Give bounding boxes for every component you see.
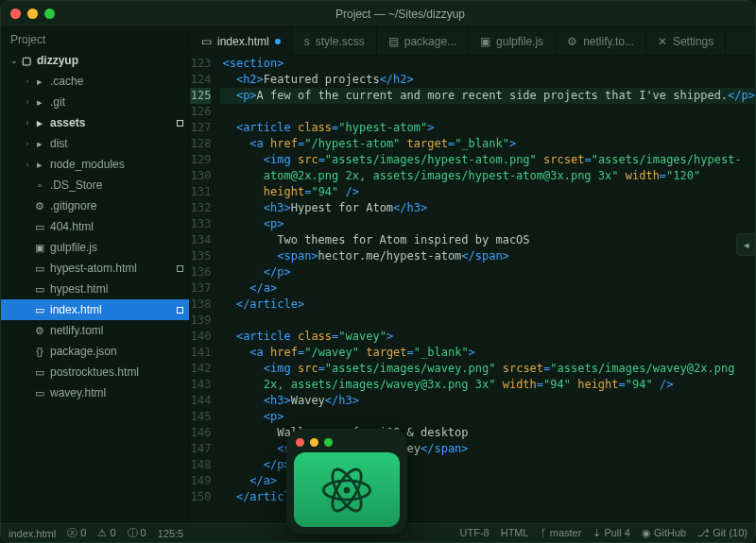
tree-item[interactable]: ›▸dist xyxy=(1,133,189,154)
status-file[interactable]: index.html xyxy=(9,528,56,539)
tree-item[interactable]: ▭404.html xyxy=(1,216,189,237)
status-pull[interactable]: ⇣ Pull 4 xyxy=(593,527,630,539)
tab[interactable]: ѕstyle.scss xyxy=(293,27,377,55)
tree-item[interactable]: ▭wavey.html xyxy=(1,382,189,403)
tree-item[interactable]: ⚙netlify.toml xyxy=(1,320,189,341)
project-root[interactable]: ⌄▢dizzyup xyxy=(1,50,189,71)
status-errors[interactable]: ⓧ 0 xyxy=(67,526,86,540)
line-gutter: 123 124 125 126 127 128 129 130 131 132 … xyxy=(190,56,220,523)
atom-icon xyxy=(320,464,373,517)
status-encoding[interactable]: UTF-8 xyxy=(460,527,490,539)
tree-item[interactable]: ▭hypest.html xyxy=(1,279,189,299)
tree-item[interactable]: ›▸.git xyxy=(1,92,189,112)
tree-item[interactable]: ▭postrocktues.html xyxy=(1,362,189,382)
tree-item[interactable]: ›▸node_modules xyxy=(1,154,189,175)
tree-item[interactable]: ▭hypest-atom.html xyxy=(1,258,189,279)
tree-item[interactable]: ▣gulpfile.js xyxy=(1,237,189,258)
tab[interactable]: ✕Settings xyxy=(646,27,726,55)
file-tree[interactable]: ⌄▢dizzyup›▸.cache›▸.git›▸assets›▸dist›▸n… xyxy=(1,50,189,523)
tree-item[interactable]: ›▸assets xyxy=(1,112,189,133)
tree-item[interactable]: ⚙.gitignore xyxy=(1,195,189,216)
svg-point-3 xyxy=(344,486,351,493)
tree-item[interactable]: ›▸.cache xyxy=(1,71,189,92)
sidebar: Project ⌄▢dizzyup›▸.cache›▸.git›▸assets›… xyxy=(1,27,190,523)
tab-bar: ▭index.htmlѕstyle.scss▤package...▣gulpfi… xyxy=(190,27,755,56)
tab[interactable]: ▤package... xyxy=(377,27,469,55)
tab[interactable]: ▣gulpfile.js xyxy=(469,27,556,55)
status-cursor[interactable]: 125:5 xyxy=(158,528,184,539)
window-controls xyxy=(10,8,55,19)
status-git[interactable]: ⎇ Git (10) xyxy=(697,527,747,539)
status-warnings[interactable]: ⚠ 0 xyxy=(97,527,115,539)
status-github[interactable]: ◉ GitHub xyxy=(642,527,686,539)
tab[interactable]: ⚙netlify.to... xyxy=(556,27,646,55)
tree-item[interactable]: {}package.json xyxy=(1,341,189,362)
atom-app-overlay xyxy=(286,429,407,535)
panel-toggle[interactable]: ◂ xyxy=(736,233,755,256)
titlebar: Project — ~/Sites/dizzyup xyxy=(1,1,755,27)
tree-item[interactable]: ▭index.html xyxy=(1,299,189,320)
minimize-window[interactable] xyxy=(27,8,38,19)
status-lang[interactable]: HTML xyxy=(501,527,529,539)
tab[interactable]: ▭index.html xyxy=(190,27,293,55)
sidebar-header: Project xyxy=(1,27,189,50)
window-title: Project — ~/Sites/dizzyup xyxy=(55,8,746,21)
close-window[interactable] xyxy=(10,8,21,19)
tree-item[interactable]: ▫.DS_Store xyxy=(1,175,189,195)
code-editor[interactable]: 123 124 125 126 127 128 129 130 131 132 … xyxy=(190,56,755,523)
status-branch[interactable]: ᚶ master xyxy=(541,527,582,539)
zoom-window[interactable] xyxy=(44,8,55,19)
status-info[interactable]: ⓘ 0 xyxy=(128,526,146,540)
